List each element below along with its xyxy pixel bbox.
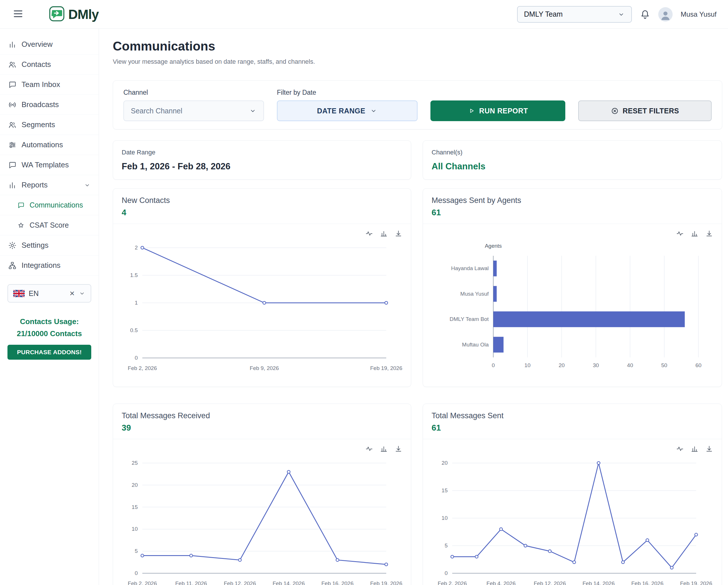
sidebar-item-label: Contacts	[22, 60, 51, 69]
svg-text:Hayanda Lawal: Hayanda Lawal	[451, 265, 489, 271]
date-filter-group: Filter by Date DATE RANGE	[277, 89, 417, 121]
sidebar-item-integrations[interactable]: Integrations	[0, 255, 99, 276]
chart-card-messages-sent: Total Messages Sent 61 05101520Feb 2, 20…	[423, 404, 722, 585]
sidebar-item-csat-score[interactable]: CSAT Score	[0, 215, 99, 235]
run-report-button[interactable]: RUN REPORT	[431, 100, 565, 121]
messages-received-chart: 0510152025Feb 2, 2026Feb 11, 2026Feb 12,…	[122, 454, 403, 585]
page-subtitle: View your message analytics based on dat…	[113, 58, 722, 66]
line-chart-icon[interactable]	[365, 445, 373, 453]
svg-text:10: 10	[442, 515, 448, 521]
user-name: Musa Yusuf	[681, 10, 717, 18]
svg-text:25: 25	[132, 460, 138, 466]
sidebar-nav: OverviewContactsTeam InboxBroadcastsSegm…	[0, 34, 99, 276]
bar-chart-icon[interactable]	[691, 230, 698, 237]
date-range-button[interactable]: DATE RANGE	[277, 100, 417, 121]
app-logo[interactable]: DMly	[49, 6, 99, 23]
messages-sent-chart: 05101520Feb 2, 2026Feb 4, 2026Feb 12, 20…	[432, 454, 713, 585]
language-selector[interactable]: EN ×	[7, 284, 91, 303]
sidebar-item-team-inbox[interactable]: Team Inbox	[0, 75, 99, 95]
sidebar-item-label: Broadcasts	[22, 100, 59, 109]
line-chart-icon[interactable]	[676, 230, 684, 237]
chart-card-messages-by-agents: Messages Sent by Agents 61 0102030405060…	[423, 188, 722, 387]
download-icon[interactable]	[395, 445, 402, 453]
line-chart-icon[interactable]	[365, 230, 373, 237]
chevron-down-icon	[79, 290, 85, 297]
bar-chart-icon[interactable]	[691, 445, 698, 453]
channel-select-placeholder: Search Channel	[131, 107, 182, 115]
download-icon[interactable]	[705, 445, 713, 453]
bar-chart-icon[interactable]	[380, 230, 388, 237]
notifications-bell-icon[interactable]	[640, 9, 650, 20]
svg-text:40: 40	[627, 362, 633, 368]
date-range-label: Date Range	[122, 149, 402, 156]
svg-text:0: 0	[135, 570, 138, 576]
menu-icon	[12, 8, 24, 20]
chart-title: Total Messages Received	[122, 411, 402, 420]
download-icon[interactable]	[395, 230, 402, 237]
sidebar-item-automations[interactable]: Automations	[0, 135, 99, 155]
svg-text:Feb 16, 2026: Feb 16, 2026	[321, 580, 354, 585]
sidebar-item-overview[interactable]: Overview	[0, 34, 99, 54]
sidebar-item-contacts[interactable]: Contacts	[0, 54, 99, 75]
svg-text:30: 30	[593, 362, 599, 368]
svg-text:Feb 2, 2026: Feb 2, 2026	[128, 365, 157, 371]
app-shell: OverviewContactsTeam InboxBroadcastsSegm…	[0, 29, 728, 585]
run-report-label: RUN REPORT	[479, 107, 528, 115]
date-range-value: Feb 1, 2026 - Feb 28, 2026	[122, 161, 402, 172]
svg-text:Feb 12, 2026: Feb 12, 2026	[224, 580, 256, 585]
chevron-down-icon	[618, 10, 625, 18]
sidebar-item-label: Team Inbox	[22, 80, 60, 89]
chart-toolbar	[122, 445, 402, 453]
svg-text:2: 2	[135, 245, 138, 251]
chart-card-messages-received: Total Messages Received 39 0510152025Feb…	[113, 404, 411, 585]
sidebar-item-reports[interactable]: Reports	[0, 175, 99, 195]
bar-chart-icon[interactable]	[380, 445, 388, 453]
team-select[interactable]: DMLY Team	[517, 6, 632, 23]
svg-text:0: 0	[135, 355, 138, 361]
sidebar-item-label: Segments	[22, 120, 55, 129]
sidebar-item-label: Reports	[22, 181, 48, 189]
svg-text:Musa Yusuf: Musa Yusuf	[460, 291, 489, 297]
chart-toolbar	[432, 445, 713, 453]
channels-label: Channel(s)	[432, 149, 713, 156]
logo-text: DMly	[68, 7, 99, 22]
svg-text:20: 20	[559, 362, 565, 368]
sidebar-item-label: Integrations	[22, 261, 60, 270]
bar-chart-icon	[8, 181, 17, 189]
reset-filters-button[interactable]: RESET FILTERS	[578, 100, 712, 121]
team-select-value: DMLY Team	[524, 10, 563, 18]
channels-value: All Channels	[432, 161, 713, 172]
chat-icon	[17, 202, 25, 209]
download-icon[interactable]	[705, 230, 713, 237]
reset-filters-label: RESET FILTERS	[623, 107, 679, 115]
svg-text:50: 50	[661, 362, 667, 368]
svg-text:Muftau Ola: Muftau Ola	[462, 341, 489, 348]
sidebar-item-segments[interactable]: Segments	[0, 115, 99, 135]
svg-text:Feb 19, 2026: Feb 19, 2026	[370, 580, 402, 585]
purchase-addons-button[interactable]: PURCHASE ADDONS!	[7, 345, 91, 360]
chart-toolbar	[122, 230, 402, 237]
sidebar-item-settings[interactable]: Settings	[0, 235, 99, 255]
sidebar-item-broadcasts[interactable]: Broadcasts	[0, 95, 99, 115]
avatar[interactable]	[658, 7, 673, 22]
svg-text:10: 10	[132, 526, 138, 532]
line-chart-icon[interactable]	[676, 445, 684, 453]
clear-language-icon[interactable]: ×	[70, 289, 75, 298]
channel-select[interactable]: Search Channel	[123, 100, 264, 121]
sidebar-item-label: Overview	[22, 40, 53, 49]
menu-button[interactable]	[11, 8, 25, 21]
main-content: Communications View your message analyti…	[99, 29, 728, 585]
sidebar-item-communications[interactable]: Communications	[0, 195, 99, 215]
summary-row: Date Range Feb 1, 2026 - Feb 28, 2026 Ch…	[113, 141, 722, 180]
star-icon	[17, 222, 25, 229]
svg-text:1.5: 1.5	[130, 272, 138, 278]
date-filter-label: Filter by Date	[277, 89, 417, 97]
contacts-usage: Contacts Usage: 21/10000 Contacts	[0, 316, 99, 339]
svg-text:15: 15	[132, 504, 138, 510]
svg-text:Agents: Agents	[485, 243, 501, 249]
date-range-button-label: DATE RANGE	[317, 107, 365, 115]
date-range-card: Date Range Feb 1, 2026 - Feb 28, 2026	[113, 141, 411, 180]
chevron-down-icon	[370, 107, 378, 115]
sidebar-item-wa-templates[interactable]: WA Templates	[0, 155, 99, 175]
divider	[113, 439, 411, 439]
